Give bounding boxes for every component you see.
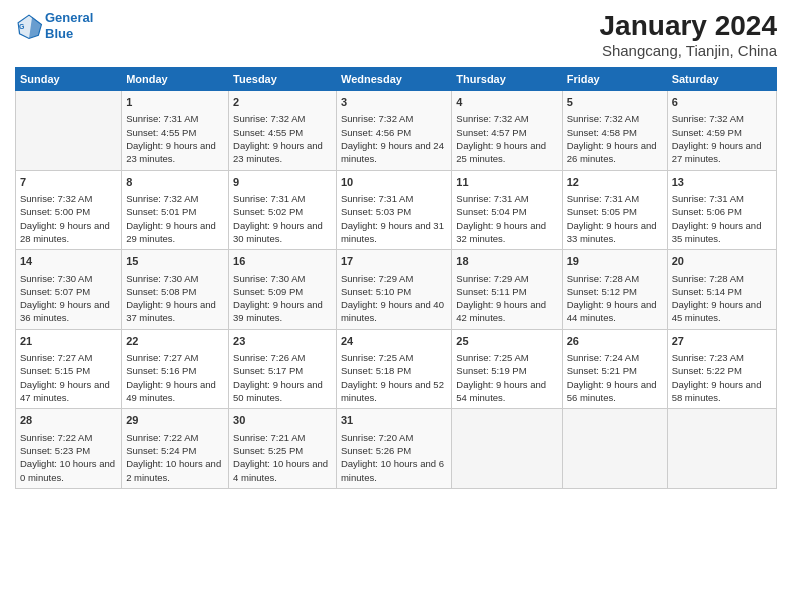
daylight-text: Daylight: 9 hours and 30 minutes.: [233, 220, 323, 244]
sunset-text: Sunset: 5:07 PM: [20, 286, 90, 297]
daylight-text: Daylight: 9 hours and 58 minutes.: [672, 379, 762, 403]
sunset-text: Sunset: 5:14 PM: [672, 286, 742, 297]
sunset-text: Sunset: 5:25 PM: [233, 445, 303, 456]
daylight-text: Daylight: 9 hours and 45 minutes.: [672, 299, 762, 323]
sunset-text: Sunset: 4:57 PM: [456, 127, 526, 138]
day-number: 25: [456, 334, 557, 349]
logo: G GeneralBlue: [15, 10, 93, 41]
sunset-text: Sunset: 5:24 PM: [126, 445, 196, 456]
sunrise-text: Sunrise: 7:32 AM: [672, 113, 744, 124]
sunset-text: Sunset: 5:17 PM: [233, 365, 303, 376]
calendar-cell: 1Sunrise: 7:31 AMSunset: 4:55 PMDaylight…: [122, 91, 229, 171]
day-number: 7: [20, 175, 117, 190]
calendar-header-row: Sunday Monday Tuesday Wednesday Thursday…: [16, 68, 777, 91]
daylight-text: Daylight: 9 hours and 37 minutes.: [126, 299, 216, 323]
sunrise-text: Sunrise: 7:25 AM: [456, 352, 528, 363]
sunset-text: Sunset: 5:10 PM: [341, 286, 411, 297]
calendar-cell: 5Sunrise: 7:32 AMSunset: 4:58 PMDaylight…: [562, 91, 667, 171]
sunrise-text: Sunrise: 7:31 AM: [456, 193, 528, 204]
sunset-text: Sunset: 5:03 PM: [341, 206, 411, 217]
calendar-cell: 21Sunrise: 7:27 AMSunset: 5:15 PMDayligh…: [16, 329, 122, 409]
calendar-cell: [562, 409, 667, 489]
day-number: 28: [20, 413, 117, 428]
calendar-cell: 30Sunrise: 7:21 AMSunset: 5:25 PMDayligh…: [229, 409, 337, 489]
day-number: 19: [567, 254, 663, 269]
day-number: 29: [126, 413, 224, 428]
header-tuesday: Tuesday: [229, 68, 337, 91]
header-thursday: Thursday: [452, 68, 562, 91]
calendar-week-row: 1Sunrise: 7:31 AMSunset: 4:55 PMDaylight…: [16, 91, 777, 171]
day-number: 20: [672, 254, 772, 269]
day-number: 24: [341, 334, 447, 349]
sunset-text: Sunset: 5:16 PM: [126, 365, 196, 376]
calendar-cell: 18Sunrise: 7:29 AMSunset: 5:11 PMDayligh…: [452, 250, 562, 330]
sunrise-text: Sunrise: 7:30 AM: [126, 273, 198, 284]
sunrise-text: Sunrise: 7:23 AM: [672, 352, 744, 363]
title-block: January 2024 Shangcang, Tianjin, China: [600, 10, 777, 59]
sunset-text: Sunset: 5:00 PM: [20, 206, 90, 217]
day-number: 6: [672, 95, 772, 110]
sunrise-text: Sunrise: 7:29 AM: [456, 273, 528, 284]
logo-icon: G: [15, 12, 43, 40]
sunrise-text: Sunrise: 7:32 AM: [567, 113, 639, 124]
calendar-week-row: 14Sunrise: 7:30 AMSunset: 5:07 PMDayligh…: [16, 250, 777, 330]
sunrise-text: Sunrise: 7:32 AM: [456, 113, 528, 124]
day-number: 4: [456, 95, 557, 110]
header-sunday: Sunday: [16, 68, 122, 91]
sunrise-text: Sunrise: 7:31 AM: [126, 113, 198, 124]
sunrise-text: Sunrise: 7:32 AM: [341, 113, 413, 124]
calendar-cell: 23Sunrise: 7:26 AMSunset: 5:17 PMDayligh…: [229, 329, 337, 409]
sunrise-text: Sunrise: 7:28 AM: [567, 273, 639, 284]
calendar-cell: 13Sunrise: 7:31 AMSunset: 5:06 PMDayligh…: [667, 170, 776, 250]
sunrise-text: Sunrise: 7:24 AM: [567, 352, 639, 363]
day-number: 11: [456, 175, 557, 190]
svg-text:G: G: [19, 23, 25, 30]
day-number: 27: [672, 334, 772, 349]
header-saturday: Saturday: [667, 68, 776, 91]
calendar-week-row: 28Sunrise: 7:22 AMSunset: 5:23 PMDayligh…: [16, 409, 777, 489]
daylight-text: Daylight: 9 hours and 31 minutes.: [341, 220, 444, 244]
calendar-cell: [667, 409, 776, 489]
day-number: 2: [233, 95, 332, 110]
daylight-text: Daylight: 9 hours and 32 minutes.: [456, 220, 546, 244]
daylight-text: Daylight: 9 hours and 47 minutes.: [20, 379, 110, 403]
calendar-cell: 24Sunrise: 7:25 AMSunset: 5:18 PMDayligh…: [336, 329, 451, 409]
day-number: 5: [567, 95, 663, 110]
daylight-text: Daylight: 9 hours and 23 minutes.: [126, 140, 216, 164]
sunset-text: Sunset: 5:26 PM: [341, 445, 411, 456]
daylight-text: Daylight: 9 hours and 35 minutes.: [672, 220, 762, 244]
day-number: 23: [233, 334, 332, 349]
day-number: 31: [341, 413, 447, 428]
calendar-cell: 19Sunrise: 7:28 AMSunset: 5:12 PMDayligh…: [562, 250, 667, 330]
sunset-text: Sunset: 5:12 PM: [567, 286, 637, 297]
day-number: 15: [126, 254, 224, 269]
daylight-text: Daylight: 9 hours and 23 minutes.: [233, 140, 323, 164]
daylight-text: Daylight: 9 hours and 50 minutes.: [233, 379, 323, 403]
day-number: 14: [20, 254, 117, 269]
sunset-text: Sunset: 5:04 PM: [456, 206, 526, 217]
daylight-text: Daylight: 9 hours and 44 minutes.: [567, 299, 657, 323]
sunrise-text: Sunrise: 7:22 AM: [126, 432, 198, 443]
sunset-text: Sunset: 4:58 PM: [567, 127, 637, 138]
page-header: G GeneralBlue January 2024 Shangcang, Ti…: [15, 10, 777, 59]
sunset-text: Sunset: 5:09 PM: [233, 286, 303, 297]
day-number: 10: [341, 175, 447, 190]
header-monday: Monday: [122, 68, 229, 91]
calendar-title: January 2024: [600, 10, 777, 42]
sunset-text: Sunset: 5:21 PM: [567, 365, 637, 376]
day-number: 9: [233, 175, 332, 190]
calendar-cell: 10Sunrise: 7:31 AMSunset: 5:03 PMDayligh…: [336, 170, 451, 250]
day-number: 3: [341, 95, 447, 110]
sunrise-text: Sunrise: 7:27 AM: [126, 352, 198, 363]
sunset-text: Sunset: 4:59 PM: [672, 127, 742, 138]
sunrise-text: Sunrise: 7:22 AM: [20, 432, 92, 443]
day-number: 16: [233, 254, 332, 269]
calendar-cell: 20Sunrise: 7:28 AMSunset: 5:14 PMDayligh…: [667, 250, 776, 330]
calendar-cell: 14Sunrise: 7:30 AMSunset: 5:07 PMDayligh…: [16, 250, 122, 330]
calendar-cell: 16Sunrise: 7:30 AMSunset: 5:09 PMDayligh…: [229, 250, 337, 330]
calendar-cell: 17Sunrise: 7:29 AMSunset: 5:10 PMDayligh…: [336, 250, 451, 330]
day-number: 21: [20, 334, 117, 349]
calendar-cell: 9Sunrise: 7:31 AMSunset: 5:02 PMDaylight…: [229, 170, 337, 250]
sunset-text: Sunset: 5:06 PM: [672, 206, 742, 217]
calendar-cell: 11Sunrise: 7:31 AMSunset: 5:04 PMDayligh…: [452, 170, 562, 250]
